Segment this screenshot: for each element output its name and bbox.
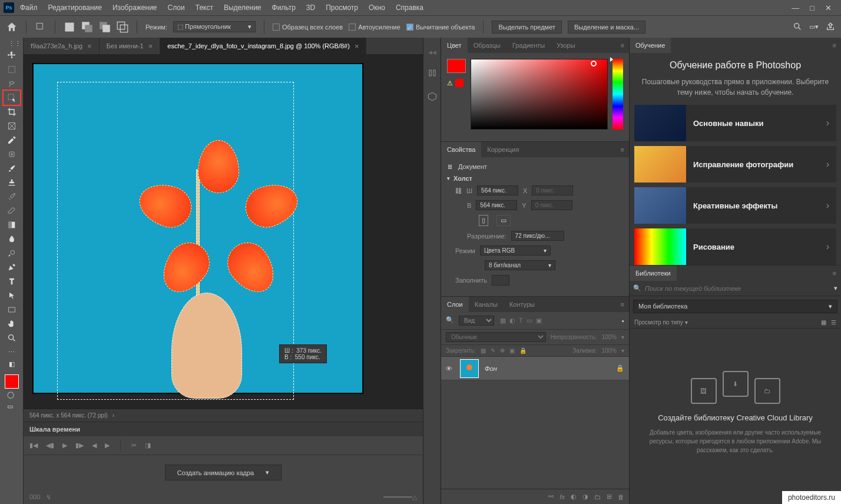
tab-gradients[interactable]: Градиенты <box>506 38 551 53</box>
learn-item-effects[interactable]: Креативные эффекты› <box>634 187 836 224</box>
color-mode-select[interactable]: Цвета RGB▾ <box>480 246 551 256</box>
auto-enhance-checkbox[interactable]: Автоусиление <box>349 24 400 31</box>
x-input[interactable] <box>532 185 573 195</box>
filter-toggle[interactable]: ▪ <box>622 317 624 324</box>
new-selection-icon[interactable] <box>64 21 75 33</box>
window-close[interactable]: ✕ <box>825 4 832 12</box>
y-input[interactable] <box>531 200 572 210</box>
lock-position-icon[interactable]: ✥ <box>500 347 505 354</box>
tab-paths[interactable]: Контуры <box>504 297 541 312</box>
screen-mode-icon[interactable]: ▭ <box>7 403 16 412</box>
adjustment-icon[interactable]: ◑ <box>582 493 588 500</box>
toolbar-handle[interactable]: ⋮⋮ <box>8 40 15 45</box>
menu-file[interactable]: Файл <box>15 1 42 14</box>
menu-3d[interactable]: 3D <box>302 1 320 14</box>
layer-name[interactable]: Фон <box>485 365 610 372</box>
menu-image[interactable]: Изображение <box>108 1 162 14</box>
lock-brush-icon[interactable]: ✎ <box>491 347 495 354</box>
filter-smart-icon[interactable]: ▣ <box>536 317 542 324</box>
window-maximize[interactable]: □ <box>810 4 814 12</box>
quick-mask-icon[interactable]: ◯ <box>7 391 16 400</box>
scissors-icon[interactable]: ✂ <box>131 442 137 449</box>
lock-all-icon[interactable]: 🔒 <box>519 347 527 354</box>
3d-panel-icon[interactable] <box>426 91 438 102</box>
mask-icon[interactable]: ◐ <box>571 493 577 500</box>
window-minimize[interactable]: — <box>792 4 799 12</box>
next-frame-icon[interactable]: ▮▶ <box>75 442 84 449</box>
foreground-color[interactable] <box>5 374 19 389</box>
hand-tool[interactable] <box>4 317 20 331</box>
height-input[interactable] <box>476 200 517 210</box>
document-tab[interactable]: f9aa273e2a_h.jpg× <box>24 38 100 54</box>
search-icon[interactable]: 🔍 <box>633 284 641 292</box>
panel-menu-icon[interactable]: ≡ <box>616 142 629 157</box>
library-search-input[interactable] <box>645 285 830 292</box>
menu-select[interactable]: Выделение <box>219 1 266 14</box>
layer-row[interactable]: 👁 Фон 🔒 <box>441 357 629 380</box>
menu-help[interactable]: Справка <box>391 1 428 14</box>
subtract-selection-icon[interactable] <box>99 21 111 33</box>
gradient-tool[interactable] <box>4 218 20 232</box>
fx-icon[interactable]: fx <box>559 493 565 500</box>
crop-tool[interactable] <box>4 105 20 119</box>
view-label[interactable]: Просмотр по типу ▾ <box>634 319 688 326</box>
link-layers-icon[interactable]: ⚯ <box>548 493 554 500</box>
gamut-warning-icon[interactable]: ⚠ <box>447 79 453 87</box>
panel-menu-icon[interactable]: ≡ <box>828 38 841 53</box>
document-tab[interactable]: Без имени-1× <box>100 38 161 54</box>
tab-adjustments[interactable]: Коррекция <box>481 142 525 157</box>
menu-window[interactable]: Окно <box>364 1 390 14</box>
tab-learn[interactable]: Обучение <box>630 38 671 53</box>
stamp-tool[interactable] <box>4 175 20 190</box>
select-and-mask-button[interactable]: Выделение и маска... <box>568 21 645 34</box>
create-animation-button[interactable]: Создать анимацию кадра▾ <box>165 465 282 480</box>
delete-icon[interactable]: 🗑 <box>618 493 624 500</box>
fill-swatch[interactable] <box>492 275 509 286</box>
tab-patterns[interactable]: Узоры <box>551 38 581 53</box>
panel-menu-icon[interactable]: ≡ <box>616 297 629 312</box>
landscape-icon[interactable]: ▭ <box>496 215 511 226</box>
path-selection-tool[interactable] <box>4 289 20 303</box>
tab-swatches[interactable]: Образцы <box>468 38 506 53</box>
document-info[interactable]: 564 пикс. x 564 пикс. (72 ppi) <box>29 412 108 419</box>
blur-tool[interactable] <box>4 232 20 246</box>
edit-toolbar[interactable]: ⋯ <box>4 345 20 359</box>
canvas-section-toggle[interactable]: ▾Холст <box>447 175 623 182</box>
healing-tool[interactable] <box>4 147 20 161</box>
type-tool[interactable] <box>4 274 20 289</box>
history-brush-tool[interactable] <box>4 190 20 204</box>
marquee-tool[interactable] <box>4 62 20 77</box>
menu-view[interactable]: Просмотр <box>321 1 363 14</box>
eyedropper-tool[interactable] <box>4 133 20 147</box>
eraser-tool[interactable] <box>4 204 20 218</box>
filter-search-icon[interactable]: 🔍 <box>446 316 455 326</box>
select-subject-button[interactable]: Выделить предмет <box>492 21 562 34</box>
portrait-icon[interactable]: ▯ <box>479 215 488 226</box>
document-tab-active[interactable]: esche_7_idey_dlya_foto_v_instagram_8.jpg… <box>160 38 366 54</box>
menu-edit[interactable]: Редактирование <box>44 1 107 14</box>
chevron-down-icon[interactable]: ▾ <box>834 284 837 292</box>
add-selection-icon[interactable] <box>81 21 93 33</box>
tab-libraries[interactable]: Библиотеки <box>630 266 677 281</box>
hue-slider[interactable] <box>612 59 623 130</box>
filter-adjustment-icon[interactable]: ◐ <box>509 317 515 324</box>
web-safe-swatch[interactable] <box>455 79 463 87</box>
object-selection-tool[interactable] <box>4 91 20 105</box>
prev-frame-icon[interactable]: ◀▮ <box>46 442 54 449</box>
fill-value[interactable]: 100% <box>601 347 617 354</box>
object-subtract-checkbox[interactable]: ✓Вычитание объекта <box>406 24 475 31</box>
tab-color[interactable]: Цвет <box>441 38 468 53</box>
canvas[interactable]: Ш : 373 пикс. В : 550 пикс. <box>33 64 363 393</box>
link-icon[interactable]: ⛓ <box>455 187 462 194</box>
sample-all-layers-checkbox[interactable]: Образец всех слоев <box>273 24 343 31</box>
transition-icon[interactable]: ◨ <box>145 442 151 449</box>
search-icon[interactable] <box>793 22 802 32</box>
goto-next-icon[interactable]: ▶ <box>105 442 110 449</box>
lock-pixels-icon[interactable]: ▩ <box>481 347 486 354</box>
intersect-selection-icon[interactable] <box>117 21 128 33</box>
tool-preset-icon[interactable] <box>35 21 47 33</box>
lasso-tool[interactable] <box>4 77 20 91</box>
library-select[interactable]: Моя библиотека▾ <box>633 300 837 313</box>
new-layer-icon[interactable]: ⊞ <box>607 493 612 500</box>
tab-properties[interactable]: Свойства <box>441 142 481 157</box>
